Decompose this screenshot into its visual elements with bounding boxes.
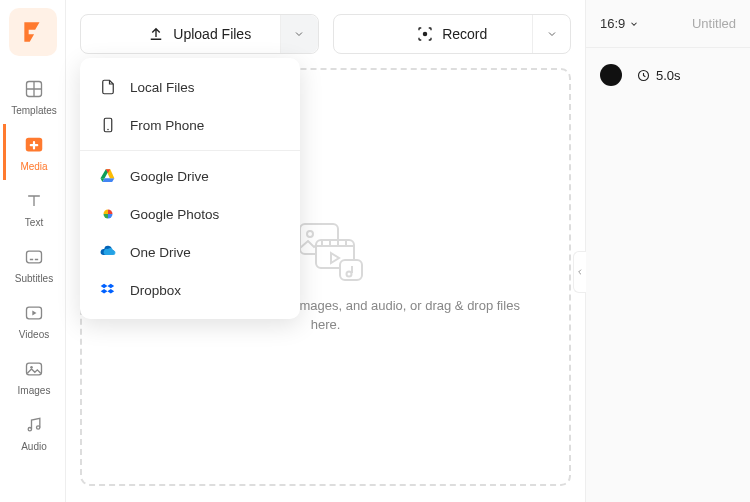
upload-option-local-files[interactable]: Local Files bbox=[80, 68, 300, 106]
sidebar-label: Videos bbox=[19, 329, 49, 340]
svg-point-15 bbox=[107, 129, 109, 131]
record-label: Record bbox=[442, 26, 487, 42]
sidebar-label: Templates bbox=[11, 105, 57, 116]
audio-icon bbox=[21, 412, 47, 438]
clip-duration: 5.0s bbox=[636, 68, 681, 83]
phone-icon bbox=[98, 115, 118, 135]
aspect-ratio-selector[interactable]: 16:9 bbox=[600, 16, 639, 31]
file-icon bbox=[98, 77, 118, 97]
upload-dropdown-toggle[interactable] bbox=[280, 15, 318, 53]
svg-rect-2 bbox=[27, 251, 42, 263]
clip-thumbnail bbox=[600, 64, 622, 86]
templates-icon bbox=[21, 76, 47, 102]
chevron-left-icon bbox=[576, 267, 584, 277]
chevron-down-icon bbox=[546, 28, 558, 40]
videos-icon bbox=[21, 300, 47, 326]
dropbox-icon bbox=[98, 280, 118, 300]
sidebar-item-media[interactable]: Media bbox=[3, 124, 63, 180]
record-button[interactable]: Record bbox=[333, 14, 572, 54]
google-photos-icon bbox=[98, 204, 118, 224]
upload-icon bbox=[147, 25, 165, 43]
app-logo[interactable] bbox=[9, 8, 57, 56]
dd-label: Dropbox bbox=[130, 283, 181, 298]
upload-dropdown: Local Files From Phone Google Drive Goog bbox=[80, 58, 300, 319]
toolbar: Upload Files Record bbox=[80, 14, 571, 54]
chevron-down-icon bbox=[293, 28, 305, 40]
dropdown-separator bbox=[80, 150, 300, 151]
images-icon bbox=[21, 356, 47, 382]
sidebar-item-videos[interactable]: Videos bbox=[3, 292, 63, 348]
upload-files-button[interactable]: Upload Files bbox=[80, 14, 319, 54]
sidebar-label: Images bbox=[18, 385, 51, 396]
upload-option-one-drive[interactable]: One Drive bbox=[80, 233, 300, 271]
ratio-value: 16:9 bbox=[600, 16, 625, 31]
duration-value: 5.0s bbox=[656, 68, 681, 83]
dd-label: Google Photos bbox=[130, 207, 219, 222]
app-root: Templates Media Text Subtitles Videos bbox=[0, 0, 750, 502]
upload-option-from-phone[interactable]: From Phone bbox=[80, 106, 300, 144]
sidebar-label: Media bbox=[20, 161, 47, 172]
subtitles-icon bbox=[21, 244, 47, 270]
sidebar-label: Text bbox=[25, 217, 43, 228]
svg-rect-4 bbox=[27, 363, 42, 375]
project-title[interactable]: Untitled bbox=[692, 16, 736, 31]
text-icon bbox=[21, 188, 47, 214]
google-drive-icon bbox=[98, 166, 118, 186]
upload-option-dropbox[interactable]: Dropbox bbox=[80, 271, 300, 309]
main-panel: Upload Files Record bbox=[66, 0, 585, 502]
svg-point-6 bbox=[28, 428, 31, 431]
sidebar-item-text[interactable]: Text bbox=[3, 180, 63, 236]
right-panel: 16:9 Untitled 5.0s bbox=[585, 0, 750, 502]
media-icon bbox=[21, 132, 47, 158]
sidebar-item-templates[interactable]: Templates bbox=[3, 68, 63, 124]
sidebar-item-images[interactable]: Images bbox=[3, 348, 63, 404]
clock-icon bbox=[636, 68, 651, 83]
chevron-down-icon bbox=[629, 19, 639, 29]
sidebar-label: Audio bbox=[21, 441, 47, 452]
svg-point-10 bbox=[307, 231, 313, 237]
timeline-clip[interactable]: 5.0s bbox=[586, 48, 750, 102]
collapse-right-panel[interactable] bbox=[573, 251, 586, 293]
upload-label: Upload Files bbox=[173, 26, 251, 42]
dd-label: Local Files bbox=[130, 80, 195, 95]
record-dropdown-toggle[interactable] bbox=[532, 15, 570, 53]
sidebar-label: Subtitles bbox=[15, 273, 53, 284]
dd-label: From Phone bbox=[130, 118, 204, 133]
onedrive-icon bbox=[98, 242, 118, 262]
logo-icon bbox=[20, 19, 46, 45]
sidebar-item-subtitles[interactable]: Subtitles bbox=[3, 236, 63, 292]
dd-label: Google Drive bbox=[130, 169, 209, 184]
dd-label: One Drive bbox=[130, 245, 191, 260]
svg-point-7 bbox=[37, 426, 40, 429]
right-panel-header: 16:9 Untitled bbox=[586, 0, 750, 48]
sidebar: Templates Media Text Subtitles Videos bbox=[0, 0, 66, 502]
sidebar-item-audio[interactable]: Audio bbox=[3, 404, 63, 460]
upload-option-google-photos[interactable]: Google Photos bbox=[80, 195, 300, 233]
svg-point-8 bbox=[423, 32, 428, 37]
upload-option-google-drive[interactable]: Google Drive bbox=[80, 157, 300, 195]
record-icon bbox=[416, 25, 434, 43]
